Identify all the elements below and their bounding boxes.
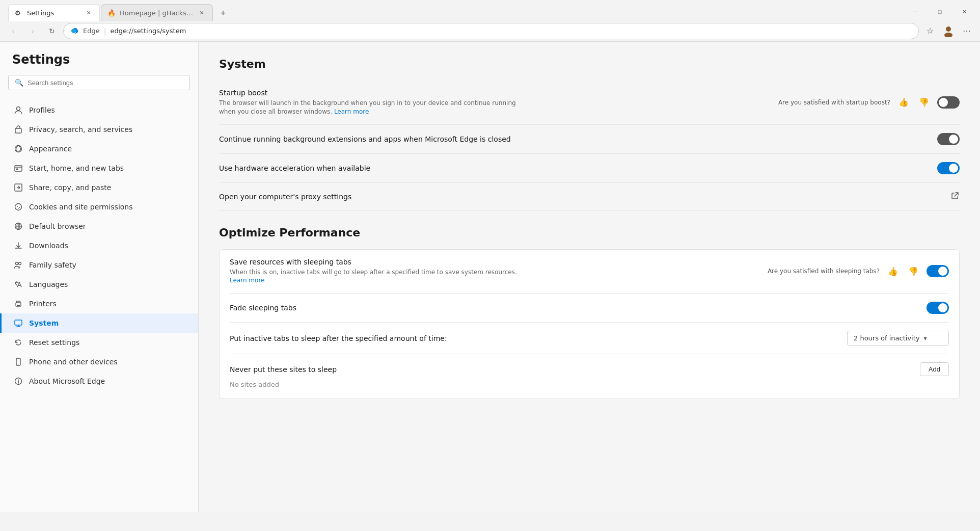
sidebar-item-privacy[interactable]: Privacy, search, and services	[0, 120, 198, 139]
optimize-section: Optimize Performance Save resources with…	[219, 226, 960, 400]
hardware-accel-toggle[interactable]	[937, 162, 960, 174]
phone-label: Phone and other devices	[29, 358, 118, 366]
favorites-button[interactable]: ☆	[922, 23, 938, 39]
startup-boost-row: Startup boost The browser will launch in…	[219, 81, 960, 125]
background-ext-controls	[937, 133, 960, 145]
reset-icon	[14, 338, 23, 347]
address-bar[interactable]: Edge | edge://settings/system	[63, 23, 919, 39]
no-sites-text: No sites added	[230, 375, 279, 394]
tab-ghacks[interactable]: 🔥 Homepage | gHacks Technology ✕	[101, 4, 213, 21]
sleeping-tabs-thumbdown[interactable]: 👎	[906, 264, 920, 278]
svg-point-11	[18, 208, 19, 209]
svg-rect-3	[15, 128, 21, 133]
startup-boost-controls: Are you satisfied with startup boost? 👍 …	[778, 95, 960, 109]
svg-point-10	[19, 207, 20, 208]
sidebar: Settings 🔍 Profiles Privacy, search, and…	[0, 42, 199, 512]
close-button[interactable]: ✕	[952, 4, 976, 20]
downloads-label: Downloads	[29, 242, 68, 250]
sleeping-tabs-learn-more[interactable]: Learn more	[230, 277, 264, 284]
background-ext-info: Continue running background extensions a…	[219, 135, 937, 143]
sleep-time-label: Put inactive tabs to sleep after the spe…	[230, 334, 847, 342]
forward-button[interactable]: ›	[24, 23, 41, 39]
ghacks-tab-icon: 🔥	[107, 9, 116, 17]
appearance-label: Appearance	[29, 145, 72, 153]
search-box[interactable]: 🔍	[8, 75, 190, 90]
maximize-button[interactable]: □	[928, 4, 951, 20]
sidebar-item-phone[interactable]: Phone and other devices	[0, 352, 198, 371]
sidebar-item-default-browser[interactable]: Default browser	[0, 217, 198, 236]
reset-label: Reset settings	[29, 338, 79, 347]
svg-point-9	[17, 206, 18, 207]
sidebar-item-downloads[interactable]: Downloads	[0, 236, 198, 255]
sleeping-tabs-thumbup[interactable]: 👍	[886, 264, 900, 278]
sidebar-item-languages[interactable]: Languages	[0, 275, 198, 294]
svg-rect-5	[15, 166, 22, 171]
refresh-button[interactable]: ↻	[44, 23, 60, 39]
sleep-time-dropdown[interactable]: 2 hours of inactivity ▾	[847, 331, 949, 346]
sidebar-item-system[interactable]: System	[0, 313, 198, 333]
background-ext-toggle[interactable]	[937, 133, 960, 145]
fade-tabs-toggle[interactable]	[927, 302, 949, 314]
sidebar-item-start-home[interactable]: Start, home, and new tabs	[0, 158, 198, 178]
address-divider: |	[104, 27, 106, 35]
proxy-external-link[interactable]	[950, 191, 960, 202]
startup-boost-label: Startup boost	[219, 89, 778, 97]
ghacks-tab-close[interactable]: ✕	[197, 9, 206, 18]
system-section-title: System	[219, 58, 960, 70]
sidebar-title: Settings	[0, 52, 198, 75]
startup-boost-toggle[interactable]	[937, 96, 960, 109]
sidebar-item-reset[interactable]: Reset settings	[0, 333, 198, 352]
startup-boost-info: Startup boost The browser will launch in…	[219, 89, 778, 116]
dropdown-arrow-icon: ▾	[924, 335, 927, 342]
family-label: Family safety	[29, 261, 76, 269]
sleep-time-row: Put inactive tabs to sleep after the spe…	[230, 323, 949, 354]
proxy-info: Open your computer's proxy settings	[219, 193, 950, 201]
cookies-label: Cookies and site permissions	[29, 203, 133, 211]
svg-rect-6	[16, 169, 18, 170]
profiles-label: Profiles	[29, 106, 55, 114]
search-input[interactable]	[28, 79, 183, 87]
family-icon	[14, 260, 23, 270]
sleeping-tabs-label: Save resources with sleeping tabs	[230, 258, 768, 266]
sidebar-item-cookies[interactable]: Cookies and site permissions	[0, 197, 198, 217]
cookies-icon	[14, 202, 23, 211]
sidebar-item-about[interactable]: About Microsoft Edge	[0, 371, 198, 391]
sleep-time-controls: 2 hours of inactivity ▾	[847, 331, 949, 346]
sleeping-tabs-toggle[interactable]	[927, 265, 949, 277]
startup-boost-thumbdown[interactable]: 👎	[917, 95, 931, 109]
phone-icon	[14, 357, 23, 366]
hardware-accel-info: Use hardware acceleration when available	[219, 164, 937, 172]
startup-boost-desc: The browser will launch in the backgroun…	[219, 99, 525, 116]
never-sleep-add-button[interactable]: Add	[920, 362, 949, 376]
sidebar-item-family[interactable]: Family safety	[0, 255, 198, 275]
sidebar-item-profiles[interactable]: Profiles	[0, 100, 198, 120]
default-browser-label: Default browser	[29, 222, 86, 230]
never-sleep-info: Never put these sites to sleep	[230, 365, 920, 374]
never-sleep-controls: Add	[920, 362, 949, 376]
minimize-button[interactable]: ─	[904, 4, 927, 20]
startup-boost-learn-more[interactable]: Learn more	[334, 108, 369, 115]
settings-tab-close[interactable]: ✕	[84, 9, 93, 18]
menu-button[interactable]: ⋯	[959, 23, 975, 39]
tab-settings[interactable]: ⚙ Settings ✕	[8, 4, 100, 21]
sidebar-item-share[interactable]: Share, copy, and paste	[0, 178, 198, 197]
optimize-section-title: Optimize Performance	[219, 226, 960, 239]
sleeping-tabs-controls: Are you satisfied with sleeping tabs? 👍 …	[768, 264, 949, 278]
languages-label: Languages	[29, 280, 68, 288]
sidebar-item-printers[interactable]: Printers	[0, 294, 198, 313]
back-button[interactable]: ‹	[5, 23, 21, 39]
settings-tab-icon: ⚙	[15, 9, 23, 17]
sleeping-tabs-row: Save resources with sleeping tabs When t…	[230, 250, 949, 294]
hardware-accel-label: Use hardware acceleration when available	[219, 164, 937, 172]
profiles-icon	[14, 105, 23, 115]
startup-boost-thumbup[interactable]: 👍	[896, 95, 911, 109]
profile-button[interactable]	[940, 23, 957, 39]
proxy-controls	[950, 191, 960, 202]
sidebar-item-appearance[interactable]: Appearance	[0, 139, 198, 158]
startup-boost-satisfaction: Are you satisfied with startup boost?	[778, 99, 890, 106]
new-tab-button[interactable]: +	[215, 5, 231, 21]
hardware-accel-row: Use hardware acceleration when available	[219, 154, 960, 183]
fade-tabs-controls	[927, 302, 949, 314]
fade-tabs-info: Fade sleeping tabs	[230, 304, 927, 312]
share-label: Share, copy, and paste	[29, 183, 111, 192]
